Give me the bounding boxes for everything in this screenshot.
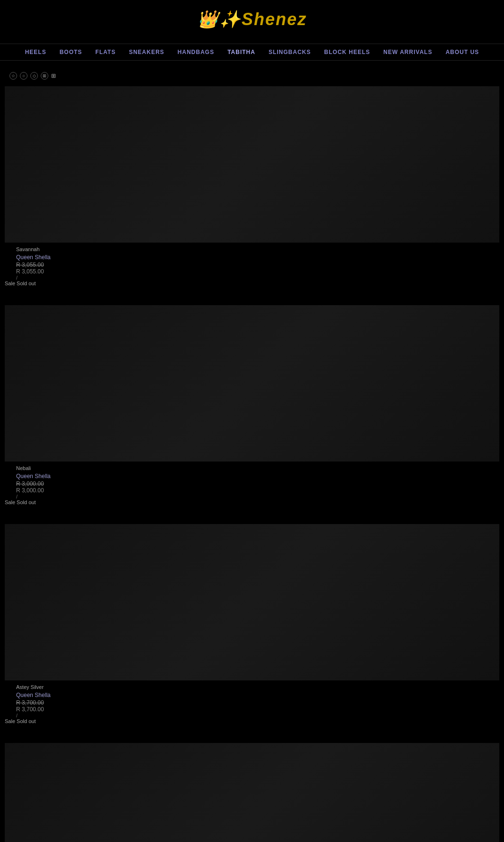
product-category-1: Savannah [5,246,499,252]
nav-handbags[interactable]: HANDBAGS [178,49,214,55]
site-logo[interactable]: 👑✨Shenez [197,9,307,29]
filter-icon-diamond[interactable]: ◇ [30,72,38,80]
nav-boots[interactable]: BOOTS [60,49,82,55]
nav-block-heels[interactable]: BLOCK HEELS [324,49,370,55]
product-item: Astey Blue Queen Shella R 3,700.00 R 3,7… [5,743,499,842]
product-list: Savannah Queen Shella R 3,055.00 R 3,055… [0,86,504,842]
nav-heels[interactable]: HEELS [25,49,46,55]
product-image-1[interactable] [5,86,499,243]
main-nav: HEELS BOOTS FLATS SNEAKERS HANDBAGS TABI… [0,44,504,61]
filter-icon-star[interactable]: ☆ [9,72,17,80]
nav-flats[interactable]: FLATS [95,49,116,55]
product-price-original-3: R 3,700.00 [5,699,499,706]
product-image-3[interactable] [5,524,499,680]
nav-about-us[interactable]: ABOUT US [446,49,479,55]
filter-icon-grid[interactable]: ⊞ [41,72,48,80]
product-price-original-2: R 3,000.00 [5,480,499,487]
filter-label: ⊞ [51,72,56,79]
filter-icon-circle[interactable]: ○ [20,72,27,80]
product-image-placeholder-4 [5,743,499,842]
product-price-sale-2: R 3,000.00 [5,487,499,494]
product-category-3: Astey Silver [5,684,499,690]
product-slash-2: / [5,494,499,499]
product-item: Nebali Queen Shella R 3,000.00 R 3,000.0… [5,305,499,510]
product-status-1: Sale Sold out [5,281,499,286]
product-brand-2: Queen Shella [5,473,499,480]
product-item: Astey Silver Queen Shella R 3,700.00 R 3… [5,524,499,729]
product-brand-1: Queen Shella [5,254,499,261]
product-image-placeholder-2 [5,305,499,462]
nav-sneakers[interactable]: SNEAKERS [129,49,164,55]
nav-new-arrivals[interactable]: NEW ARRIVALS [383,49,432,55]
product-status-2: Sale Sold out [5,499,499,505]
product-image-placeholder-3 [5,524,499,680]
product-image-4[interactable] [5,743,499,842]
product-slash-3: / [5,713,499,718]
filter-bar: ☆ ○ ◇ ⊞ ⊞ [0,65,504,86]
site-header: 👑✨Shenez HEELS BOOTS FLATS SNEAKERS HAND… [0,0,504,65]
product-image-2[interactable] [5,305,499,462]
nav-tabitha[interactable]: TABITHA [227,49,255,55]
product-slash-1: / [5,275,499,281]
nav-slingbacks[interactable]: SLINGBACKS [269,49,311,55]
logo-text: 👑✨Shenez [197,9,307,29]
product-price-original-1: R 3,055.00 [5,262,499,268]
social-icons-group: ☆ ○ ◇ ⊞ ⊞ [9,72,56,80]
product-item: Savannah Queen Shella R 3,055.00 R 3,055… [5,86,499,291]
product-category-2: Nebali [5,465,499,471]
product-brand-3: Queen Shella [5,692,499,698]
product-image-placeholder-1 [5,86,499,243]
product-status-3: Sale Sold out [5,718,499,724]
product-price-sale-3: R 3,700.00 [5,706,499,713]
product-price-sale-1: R 3,055.00 [5,268,499,275]
